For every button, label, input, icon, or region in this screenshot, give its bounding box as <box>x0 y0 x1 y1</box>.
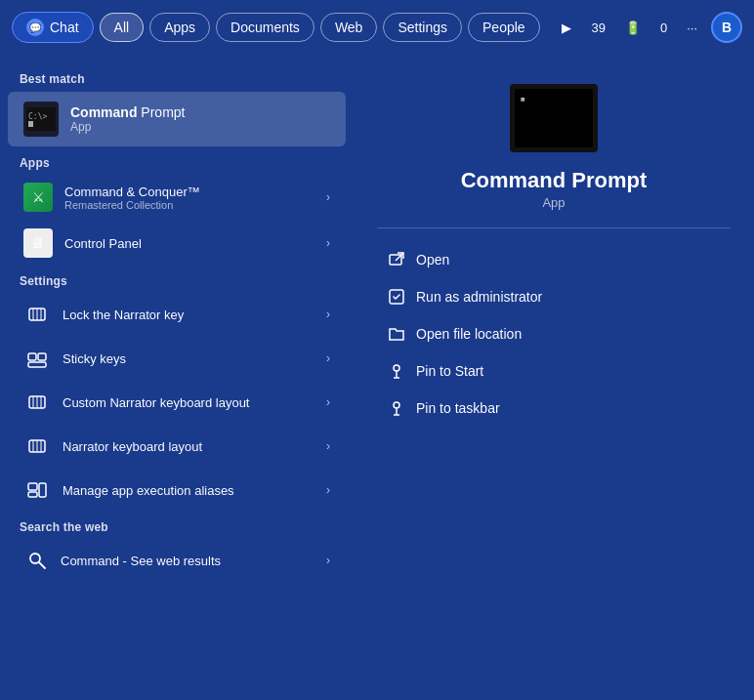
lock-narrator-title: Lock the Narrator key <box>63 308 314 322</box>
app-aliases-icon <box>23 476 51 504</box>
cmd-preview-inner <box>515 89 593 147</box>
list-item[interactable]: Sticky keys › <box>8 337 346 380</box>
svg-rect-18 <box>28 483 37 490</box>
best-match-label: Best match <box>0 64 354 90</box>
chat-icon: 💬 <box>26 19 44 36</box>
conquer-highlight: Command <box>64 185 123 199</box>
conquer-rest: & Conquer™ <box>123 185 200 199</box>
run-admin-icon <box>387 287 406 307</box>
open-label: Open <box>416 252 449 268</box>
chevron-icon: › <box>326 439 330 453</box>
narrator-key-icon <box>23 301 51 328</box>
conquer-text: Command & Conquer™ Remastered Collection <box>64 185 314 211</box>
sticky-keys-icon <box>23 345 51 372</box>
web-label: Web <box>335 20 363 35</box>
chevron-icon: › <box>326 483 330 497</box>
top-bar: 💬 Chat All Apps Documents Web Settings P… <box>0 0 754 55</box>
control-panel-text: Control Panel <box>64 236 314 251</box>
svg-rect-2 <box>28 121 33 127</box>
list-item[interactable]: Narrator keyboard layout › <box>8 425 346 468</box>
more-button[interactable]: ··· <box>681 17 703 39</box>
app-aliases-title: Manage app execution aliases <box>63 483 314 498</box>
app-type: App <box>542 195 565 210</box>
chevron-icon: › <box>326 308 330 321</box>
web-search-title: Command - See web results <box>61 554 316 568</box>
settings-section-label: Settings <box>0 267 354 292</box>
tab-documents[interactable]: Documents <box>216 13 314 42</box>
best-match-info: Command Prompt App <box>70 104 185 134</box>
action-run-admin[interactable]: Run as administrator <box>377 279 731 314</box>
list-item[interactable]: Manage app execution aliases › <box>8 469 346 512</box>
cmd-preview <box>510 84 598 152</box>
tab-settings[interactable]: Settings <box>383 13 462 42</box>
tab-people[interactable]: People <box>468 13 540 42</box>
chevron-icon: › <box>326 395 330 409</box>
divider <box>377 227 731 228</box>
bing-avatar[interactable]: B <box>711 12 742 43</box>
action-file-location[interactable]: Open file location <box>377 316 731 351</box>
svg-point-29 <box>394 402 399 408</box>
tab-all[interactable]: All <box>100 13 145 42</box>
title-highlight: Command <box>70 104 137 120</box>
apps-section-label: Apps <box>0 148 354 174</box>
tab-apps[interactable]: Apps <box>149 13 210 42</box>
run-admin-label: Run as administrator <box>416 289 542 305</box>
conquer-title: Command & Conquer™ <box>64 185 314 199</box>
counter2: 0 <box>654 17 673 39</box>
narrator-layout-text: Narrator keyboard layout <box>63 439 314 454</box>
chevron-icon: › <box>326 554 330 567</box>
search-icon <box>23 547 51 574</box>
custom-narrator-text: Custom Narrator keyboard layout <box>63 395 314 410</box>
custom-narrator-icon <box>23 389 51 416</box>
web-highlight: Command <box>61 554 119 568</box>
cmd-icon: C:\> <box>23 102 59 137</box>
list-item[interactable]: Lock the Narrator key › <box>8 293 346 336</box>
list-item[interactable]: 🖥 Control Panel › <box>8 221 346 266</box>
control-panel-title: Control Panel <box>64 236 314 251</box>
control-panel-icon: 🖥 <box>23 228 53 258</box>
title-rest: Prompt <box>137 104 185 120</box>
action-pin-start[interactable]: Pin to Start <box>377 353 731 389</box>
counter1: 39 <box>585 17 610 39</box>
action-list: Open Run as administrator Open file loca… <box>377 242 731 426</box>
chevron-icon: › <box>326 190 330 204</box>
apps-label: Apps <box>164 20 195 35</box>
open-icon <box>387 250 406 269</box>
svg-rect-19 <box>28 492 37 497</box>
action-open[interactable]: Open <box>377 242 731 277</box>
pin-taskbar-label: Pin to taskbar <box>416 400 500 416</box>
top-bar-right: ▶ 39 🔋 0 ··· B <box>556 12 742 43</box>
chevron-icon: › <box>326 351 330 365</box>
tab-web[interactable]: Web <box>320 13 378 42</box>
web-rest: - See web results <box>119 554 221 568</box>
right-panel: Command Prompt App Open Run as administr… <box>354 55 754 700</box>
bing-letter: B <box>722 20 732 35</box>
best-match-subtitle: App <box>70 120 185 134</box>
svg-rect-8 <box>38 353 46 360</box>
svg-rect-9 <box>28 362 46 367</box>
svg-text:C:\>: C:\> <box>28 112 47 121</box>
tab-chat[interactable]: 💬 Chat <box>12 12 94 43</box>
play-icon[interactable]: ▶ <box>556 17 577 39</box>
narrator-layout-title: Narrator keyboard layout <box>63 439 314 454</box>
documents-label: Documents <box>230 20 300 35</box>
svg-point-26 <box>394 365 399 371</box>
web-search-text: Command - See web results <box>61 554 316 568</box>
web-search-item[interactable]: Command - See web results › <box>8 539 346 582</box>
narrator-layout-icon <box>23 432 51 460</box>
svg-rect-7 <box>28 353 36 360</box>
left-panel: Best match C:\> Command Prompt App Apps … <box>0 55 354 700</box>
app-title: Command Prompt <box>461 168 648 193</box>
list-item[interactable]: Custom Narrator keyboard layout › <box>8 381 346 424</box>
web-section-label: Search the web <box>0 513 354 538</box>
app-aliases-text: Manage app execution aliases <box>63 483 314 498</box>
best-match-item[interactable]: C:\> Command Prompt App <box>8 92 346 146</box>
action-pin-taskbar[interactable]: Pin to taskbar <box>377 391 731 426</box>
conquer-icon: ⚔ <box>23 183 53 212</box>
pin-start-icon <box>387 361 406 381</box>
list-item[interactable]: ⚔ Command & Conquer™ Remastered Collecti… <box>8 175 346 220</box>
svg-line-22 <box>39 562 45 568</box>
file-location-label: Open file location <box>416 326 522 342</box>
pin-start-label: Pin to Start <box>416 363 483 379</box>
conquer-subtitle: Remastered Collection <box>64 199 314 211</box>
